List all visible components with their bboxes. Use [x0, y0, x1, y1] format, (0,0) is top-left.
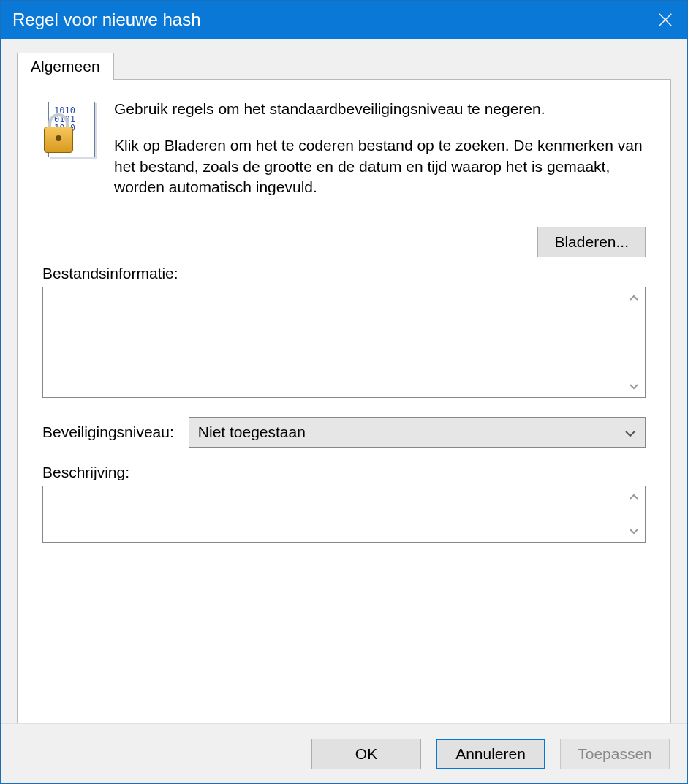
file-info-scrollbar[interactable] [623, 287, 645, 397]
chevron-down-icon [624, 423, 636, 441]
tabs-area: Algemeen 1010 0101 1010 Gebruik regels o… [17, 52, 671, 723]
cancel-button[interactable]: Annuleren [436, 739, 545, 769]
scroll-down-icon[interactable] [623, 521, 645, 542]
titlebar: Regel voor nieuwe hash [1, 1, 687, 39]
description-label: Beschrijving: [42, 464, 646, 481]
scroll-down-icon[interactable] [623, 377, 645, 397]
window-title: Regel voor nieuwe hash [12, 10, 201, 30]
dialog-footer: OK Annuleren Toepassen [1, 723, 687, 783]
intro-text: Gebruik regels om het standaardbeveiligi… [114, 99, 646, 214]
description-scrollbar[interactable] [623, 486, 645, 542]
file-info-field[interactable] [43, 287, 623, 397]
intro-line-1: Gebruik regels om het standaardbeveiligi… [114, 99, 646, 119]
close-icon [657, 12, 673, 28]
scroll-up-icon[interactable] [623, 486, 645, 507]
intro-row: 1010 0101 1010 Gebruik regels om het sta… [42, 99, 646, 214]
security-level-select[interactable]: Niet toegestaan [189, 417, 646, 448]
security-level-label: Beveiligingsniveau: [42, 423, 174, 441]
description-field-wrap [42, 486, 646, 543]
description-field[interactable] [43, 486, 623, 542]
scroll-up-icon[interactable] [623, 287, 645, 308]
tab-panel-general: 1010 0101 1010 Gebruik regels om het sta… [17, 79, 671, 723]
security-level-row: Beveiligingsniveau: Niet toegestaan [42, 417, 646, 448]
close-button[interactable] [643, 1, 687, 39]
dialog-window: Regel voor nieuwe hash Algemeen 1010 010… [0, 0, 688, 784]
file-info-field-wrap [42, 287, 646, 398]
tab-general[interactable]: Algemeen [17, 53, 114, 80]
security-level-value: Niet toegestaan [198, 423, 624, 441]
tabstrip: Algemeen [17, 52, 671, 79]
client-area: Algemeen 1010 0101 1010 Gebruik regels o… [1, 39, 687, 723]
apply-button[interactable]: Toepassen [560, 739, 670, 769]
ok-button[interactable]: OK [311, 739, 421, 769]
lock-document-icon: 1010 0101 1010 [42, 102, 95, 160]
browse-row: Bladeren... [42, 227, 646, 257]
file-info-label: Bestandsinformatie: [42, 265, 646, 282]
browse-button[interactable]: Bladeren... [537, 227, 646, 257]
intro-line-2: Klik op Bladeren om het te coderen besta… [114, 135, 646, 197]
